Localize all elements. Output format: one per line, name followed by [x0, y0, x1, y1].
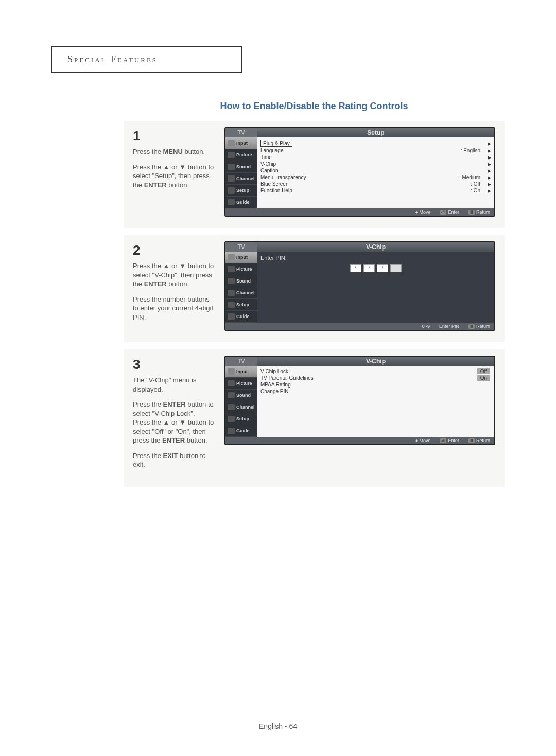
step-2-text: 2 Press the ▲ or ▼ button to select "V-C…: [133, 241, 215, 328]
tv-guidelines-value: On: [477, 375, 490, 381]
page-title: How to Enable/Disable the Rating Control…: [124, 101, 505, 112]
step-1-text: 1 Press the MENU button. Press the ▲ or …: [133, 127, 215, 196]
return-icon: Ⅲ: [468, 438, 475, 443]
picture-icon: [228, 152, 235, 158]
osd-vchip-menu: TV V-Chip Input Picture Sound Channel Se…: [224, 356, 495, 445]
osd-footer: ♦Move ⏎Enter ⅢReturn: [225, 208, 494, 216]
guide-icon: [228, 428, 235, 434]
osd-tv-label: TV: [225, 242, 257, 252]
input-icon: [228, 254, 235, 260]
channel-icon: [228, 404, 235, 410]
step-number: 3: [133, 356, 215, 374]
osd-header: TV V-Chip: [225, 242, 494, 252]
arrow-right-icon: ▶: [488, 168, 491, 173]
nav-setup: Setup: [225, 299, 257, 311]
pin-digit: [390, 264, 402, 272]
nav-setup: Setup: [225, 413, 257, 425]
osd-title: V-Chip: [257, 357, 494, 366]
osd-tv-label: TV: [225, 357, 257, 366]
osd-pin-content: Enter PIN. * * *: [257, 252, 494, 323]
osd-sidebar: Input Picture Sound Channel Setup Guide: [225, 252, 257, 323]
nav-guide: Guide: [225, 425, 257, 437]
nav-guide: Guide: [225, 311, 257, 323]
arrow-right-icon: ▶: [488, 175, 491, 180]
input-icon: [228, 140, 235, 146]
osd-footer: 0~9 Enter PIN ⅢReturn: [225, 323, 494, 330]
setup-icon: [228, 302, 235, 308]
osd-sidebar: Input Picture Sound Channel Setup Guide: [225, 137, 257, 208]
step-2: 2 Press the ▲ or ▼ button to select "V-C…: [124, 235, 505, 342]
nav-sound: Sound: [225, 390, 257, 401]
enter-icon: ⏎: [440, 210, 446, 215]
osd-content: V-Chip Lock:Off TV Parental GuidelinesOn…: [257, 366, 494, 437]
step-3: 3 The "V-Chip" menu is displayed. Press …: [124, 349, 505, 487]
osd-footer: ♦Move ⏎Enter ⅢReturn: [225, 437, 494, 444]
step-number: 2: [133, 241, 215, 259]
sound-icon: [228, 392, 235, 398]
move-icon: ♦: [415, 209, 418, 215]
nav-setup: Setup: [225, 185, 257, 197]
picture-icon: [228, 380, 235, 386]
osd-header: TV V-Chip: [225, 357, 494, 366]
arrow-right-icon: ▶: [488, 155, 491, 160]
move-icon: ♦: [415, 438, 418, 443]
channel-icon: [228, 290, 235, 296]
nav-input: Input: [225, 252, 257, 263]
enter-icon: ⏎: [440, 438, 446, 443]
chapter-title: Special Features: [67, 54, 158, 64]
input-icon: [228, 368, 235, 375]
return-icon: Ⅲ: [468, 324, 475, 329]
arrow-right-icon: ▶: [488, 188, 491, 194]
chapter-header: Special Features: [51, 46, 242, 73]
pin-digit: *: [363, 264, 375, 272]
nav-picture: Picture: [225, 263, 257, 275]
pin-digit: *: [377, 264, 388, 272]
osd-title: V-Chip: [257, 242, 494, 252]
nav-picture: Picture: [225, 149, 257, 161]
vchip-lock-value: Off: [477, 368, 490, 374]
guide-icon: [228, 313, 235, 320]
nav-sound: Sound: [225, 161, 257, 173]
nav-guide: Guide: [225, 197, 257, 208]
nav-picture: Picture: [225, 378, 257, 390]
step-1: 1 Press the MENU button. Press the ▲ or …: [124, 121, 505, 228]
arrow-right-icon: ▶: [488, 141, 491, 146]
enter-pin-label: Enter PIN.: [260, 255, 491, 261]
nav-sound: Sound: [225, 275, 257, 287]
nav-input: Input: [225, 366, 257, 378]
arrow-right-icon: ▶: [488, 162, 491, 167]
nav-channel: Channel: [225, 287, 257, 299]
step-3-text: 3 The "V-Chip" menu is displayed. Press …: [133, 356, 215, 476]
setup-icon: [228, 187, 235, 194]
return-icon: Ⅲ: [468, 210, 475, 215]
guide-icon: [228, 199, 235, 205]
page-footer: English - 64: [0, 722, 556, 730]
sound-icon: [228, 278, 235, 284]
pin-digit: *: [350, 264, 361, 272]
nav-input: Input: [225, 137, 257, 149]
osd-header: TV Setup: [225, 128, 494, 137]
arrow-right-icon: ▶: [488, 148, 491, 153]
picture-icon: [228, 266, 235, 272]
nav-channel: Channel: [225, 401, 257, 413]
arrow-right-icon: ▶: [488, 182, 491, 187]
osd-vchip-pin: TV V-Chip Input Picture Sound Channel Se…: [224, 241, 495, 331]
setup-icon: [228, 416, 235, 422]
nav-channel: Channel: [225, 173, 257, 185]
channel-icon: [228, 175, 235, 182]
osd-content: Plug & Play▶ Language: English▶ Time▶ V-…: [257, 137, 494, 208]
osd-title: Setup: [257, 128, 494, 137]
osd-setup: TV Setup Input Picture Sound Channel Set…: [224, 127, 495, 217]
osd-sidebar: Input Picture Sound Channel Setup Guide: [225, 366, 257, 437]
osd-tv-label: TV: [225, 128, 257, 137]
step-number: 1: [133, 127, 215, 145]
sound-icon: [228, 164, 235, 170]
